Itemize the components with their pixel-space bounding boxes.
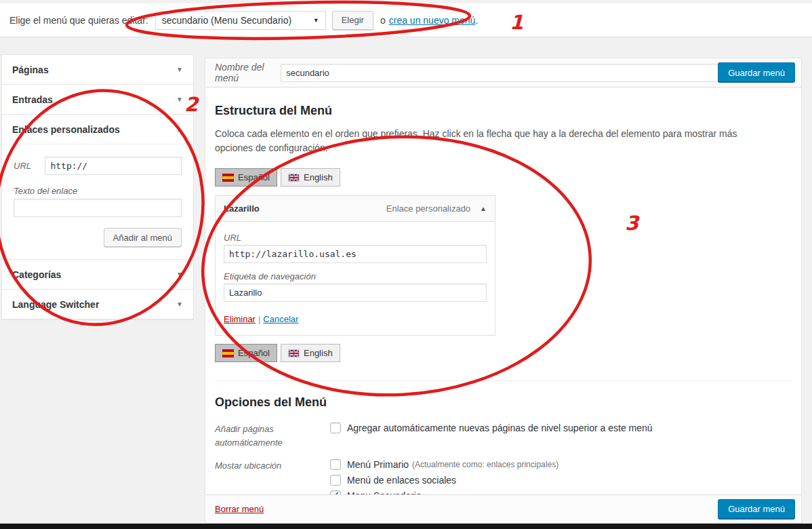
- menu-select-dropdown[interactable]: secundario (Menu Secundario) ▼: [155, 11, 326, 30]
- menu-options-title: Opciones del Menú: [215, 395, 792, 410]
- choose-menu-label: Elige el menú que quieras editar:: [9, 15, 148, 26]
- accordion-categories: Categorías ▼: [1, 259, 194, 290]
- accordion-posts: Entradas ▼: [1, 84, 194, 115]
- accordion-posts-label: Entradas: [12, 94, 53, 105]
- save-menu-button-top[interactable]: Guardar menú: [718, 62, 795, 83]
- spain-flag-icon: [222, 174, 234, 182]
- link-separator: |: [258, 314, 260, 324]
- accordion-language-switcher-header[interactable]: Language Switcher ▼: [2, 290, 193, 319]
- spain-flag-icon: [222, 349, 234, 357]
- accordion-pages: Páginas ▼: [1, 54, 194, 85]
- menu-item-body: URL Etiqueta de navegación Eliminar|Canc…: [216, 222, 495, 335]
- accordion-custom-links: Enlaces personalizados ▲ URL Texto del e…: [1, 114, 194, 260]
- cancel-item-link[interactable]: Cancelar: [263, 314, 298, 324]
- accordion-custom-links-label: Enlaces personalizados: [12, 124, 120, 135]
- chevron-down-icon: ▼: [176, 300, 183, 308]
- accordion-pages-label: Páginas: [12, 64, 49, 75]
- location-social-label: Menú de enlaces sociales: [347, 475, 456, 486]
- chevron-down-icon: ▼: [176, 271, 183, 278]
- location-primary-checkbox[interactable]: [330, 459, 341, 470]
- menu-items-sidebar: Páginas ▼ Entradas ▼ Enlaces personaliza…: [1, 54, 194, 319]
- menu-item-type: Enlace personalizado: [386, 203, 470, 214]
- choose-button[interactable]: Elegir: [332, 11, 373, 30]
- menu-name-row: Nombre del menú Guardar menú: [205, 58, 801, 87]
- custom-link-url-input[interactable]: [45, 157, 182, 175]
- period-text: .: [475, 15, 478, 26]
- location-social-checkbox[interactable]: [330, 475, 341, 486]
- or-text: o: [380, 15, 386, 26]
- menu-item-title: Lazarillo: [224, 203, 260, 214]
- item-url-label: URL: [224, 233, 487, 243]
- accordion-categories-label: Categorías: [12, 269, 61, 280]
- chevron-down-icon: ▼: [313, 17, 319, 24]
- chevron-down-icon: ▼: [176, 66, 183, 73]
- menu-editor-panel: Nombre del menú Guardar menú Estructura …: [205, 58, 802, 524]
- url-label: URL: [14, 161, 45, 171]
- tab-espanol-bottom[interactable]: Español: [215, 344, 277, 362]
- chevron-up-icon: ▲: [176, 125, 183, 133]
- accordion-language-switcher-label: Language Switcher: [12, 299, 99, 310]
- tab-espanol-bottom-label: Español: [238, 348, 270, 358]
- auto-add-checkbox[interactable]: [330, 423, 341, 433]
- custom-links-panel: URL Texto del enlace Añadir al menú: [2, 144, 193, 259]
- auto-add-row: Añadir páginas automáticamente Agregar a…: [215, 423, 792, 450]
- accordion-posts-header[interactable]: Entradas ▼: [2, 85, 193, 114]
- menu-structure-title: Estructura del Menú: [215, 104, 792, 118]
- tab-english[interactable]: English: [281, 168, 340, 187]
- menu-item-card: Lazarillo Enlace personalizado ▲ URL Eti…: [215, 195, 495, 336]
- menu-select-value: secundario (Menu Secundario): [162, 15, 291, 26]
- chevron-down-icon: ▼: [176, 96, 183, 103]
- language-tabs-bottom: Español English: [215, 344, 792, 362]
- delete-menu-link[interactable]: Borrar menú: [215, 504, 264, 514]
- link-text-label: Texto del enlace: [14, 186, 182, 196]
- item-url-input[interactable]: [224, 245, 487, 263]
- chevron-up-icon[interactable]: ▲: [480, 205, 487, 212]
- item-nav-label: Etiqueta de navegación: [224, 271, 487, 281]
- uk-flag-icon: [288, 174, 300, 182]
- menu-editor-footer: Borrar menú Guardar menú: [205, 494, 801, 523]
- menu-name-label: Nombre del menú: [215, 62, 281, 83]
- add-to-menu-button[interactable]: Añadir al menú: [104, 228, 182, 247]
- tab-espanol-label: Español: [238, 172, 270, 182]
- menu-name-input[interactable]: [281, 64, 792, 82]
- custom-link-text-input[interactable]: [14, 199, 182, 217]
- menu-item-header[interactable]: Lazarillo Enlace personalizado ▲: [216, 196, 495, 222]
- section-divider: [215, 380, 792, 381]
- window-bottom-edge: [0, 524, 812, 529]
- tab-english-label: English: [304, 172, 333, 182]
- auto-add-text: Agregar automáticamente nuevas páginas d…: [347, 423, 653, 433]
- uk-flag-icon: [288, 349, 300, 357]
- item-nav-input[interactable]: [224, 283, 487, 302]
- location-primary-label: Menú Primario: [347, 459, 409, 470]
- menu-select-bar: Elige el menú que quieras editar: secund…: [0, 3, 812, 37]
- accordion-custom-links-header[interactable]: Enlaces personalizados ▲: [2, 115, 193, 144]
- location-primary-note: (Actualmente como: enlaces principales): [412, 460, 559, 469]
- tab-espanol[interactable]: Español: [215, 168, 277, 187]
- create-new-menu-link[interactable]: crea un nuevo menú: [389, 15, 476, 26]
- language-tabs-top: Español English: [215, 168, 792, 187]
- auto-add-label: Añadir páginas automáticamente: [215, 423, 330, 450]
- accordion-pages-header[interactable]: Páginas ▼: [2, 55, 193, 84]
- menu-structure-description: Coloca cada elemento en el orden que pre…: [215, 127, 754, 155]
- accordion-categories-header[interactable]: Categorías ▼: [2, 260, 193, 289]
- remove-item-link[interactable]: Eliminar: [224, 314, 256, 324]
- save-menu-button-bottom[interactable]: Guardar menú: [718, 499, 795, 520]
- accordion-language-switcher: Language Switcher ▼: [1, 289, 194, 319]
- tab-english-bottom[interactable]: English: [281, 344, 340, 362]
- tab-english-bottom-label: English: [304, 348, 333, 358]
